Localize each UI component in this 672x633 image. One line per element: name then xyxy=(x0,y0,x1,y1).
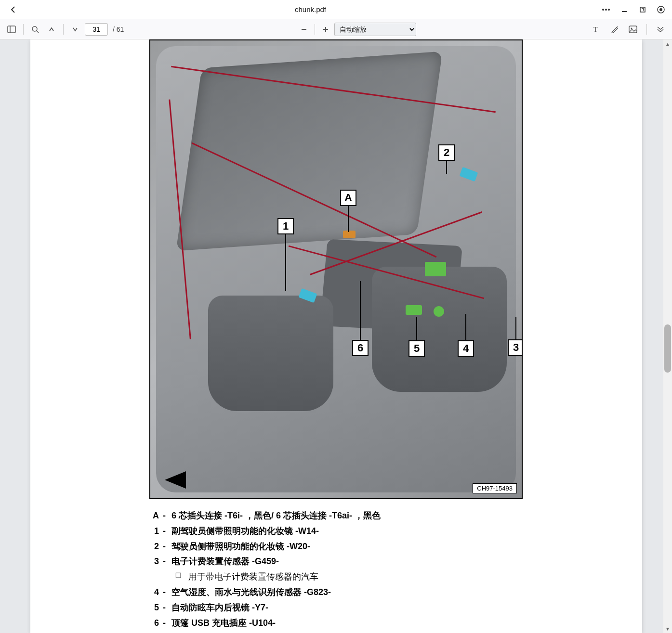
image-tool-button[interactable] xyxy=(626,23,640,36)
scroll-thumb[interactable] xyxy=(664,324,671,373)
callout-5: 5 xyxy=(408,340,425,357)
legend: A - 6 芯插头连接 -T6i- ，黑色/ 6 芯插头连接 -T6ai- ，黑… xyxy=(149,509,523,630)
legend-row-5: 5 - 自动防眩车内后视镜 -Y7- xyxy=(149,601,523,615)
svg-point-6 xyxy=(659,8,662,11)
text-tool-button[interactable]: T xyxy=(590,23,603,36)
draw-tool-button[interactable] xyxy=(608,23,621,36)
svg-text:T: T xyxy=(593,26,598,33)
svg-point-9 xyxy=(32,26,37,31)
scroll-down-icon[interactable]: ▼ xyxy=(663,624,672,633)
search-button[interactable] xyxy=(28,23,42,36)
more-button[interactable] xyxy=(601,4,611,15)
callout-6: 6 xyxy=(352,340,369,356)
pdf-page: A 1 2 3 4 5 6 CH97-15493 A - 6 芯插头连接 -T6… xyxy=(30,39,642,633)
scroll-up-icon[interactable]: ▲ xyxy=(663,39,672,48)
callout-3: 3 xyxy=(508,339,523,356)
legend-row-3-sub: 用于带电子计费装置传感器的汽车 xyxy=(175,570,523,584)
callout-A: A xyxy=(340,190,356,206)
legend-row-2: 2 - 驾驶员侧带照明功能的化妆镜 -W20- xyxy=(149,540,523,554)
window-title: chunk.pdf xyxy=(20,5,601,13)
svg-rect-4 xyxy=(640,7,645,12)
zoom-out-button[interactable] xyxy=(297,23,311,36)
svg-rect-7 xyxy=(8,26,15,33)
page-number-input[interactable] xyxy=(85,23,108,36)
vertical-scrollbar[interactable]: ▲ ▼ xyxy=(663,39,672,633)
legend-row-A: A - 6 芯插头连接 -T6i- ，黑色/ 6 芯插头连接 -T6ai- ，黑… xyxy=(149,509,523,523)
tools-overflow-button[interactable] xyxy=(654,23,667,36)
callout-1: 1 xyxy=(277,218,294,234)
zoom-select[interactable]: 自动缩放 xyxy=(334,23,416,36)
legend-row-3: 3 - 电子计费装置传感器 -G459- xyxy=(149,555,523,568)
pdf-viewport[interactable]: A 1 2 3 4 5 6 CH97-15493 A - 6 芯插头连接 -T6… xyxy=(0,39,672,633)
svg-point-16 xyxy=(631,27,632,29)
svg-point-1 xyxy=(605,9,607,11)
svg-rect-15 xyxy=(629,26,637,33)
page-total-label: / 61 xyxy=(113,26,124,33)
legend-row-1: 1 - 副驾驶员侧带照明功能的化妆镜 -W14- xyxy=(149,524,523,538)
sidebar-toggle-button[interactable] xyxy=(5,23,18,36)
maximize-button[interactable] xyxy=(637,4,648,15)
wiring-diagram-figure: A 1 2 3 4 5 6 CH97-15493 xyxy=(149,39,523,499)
record-button[interactable] xyxy=(656,4,666,15)
direction-arrow-icon xyxy=(165,471,186,489)
legend-row-6: 6 - 顶篷 USB 充电插座 -U104- xyxy=(149,616,523,630)
next-page-button[interactable] xyxy=(68,23,82,36)
prev-page-button[interactable] xyxy=(45,23,58,36)
callout-2: 2 xyxy=(438,144,455,161)
svg-point-2 xyxy=(608,9,610,11)
pdf-toolbar: / 61 自动缩放 T xyxy=(0,19,672,39)
titlebar: chunk.pdf xyxy=(0,0,672,19)
legend-row-4: 4 - 空气湿度、雨水与光线识别传感器 -G823- xyxy=(149,585,523,599)
svg-point-0 xyxy=(602,9,604,11)
back-button[interactable] xyxy=(6,6,20,13)
diagram-id-label: CH97-15493 xyxy=(473,483,517,493)
zoom-in-button[interactable] xyxy=(319,23,332,36)
svg-line-10 xyxy=(37,31,39,33)
callout-4: 4 xyxy=(458,340,474,357)
minimize-button[interactable] xyxy=(619,4,630,15)
